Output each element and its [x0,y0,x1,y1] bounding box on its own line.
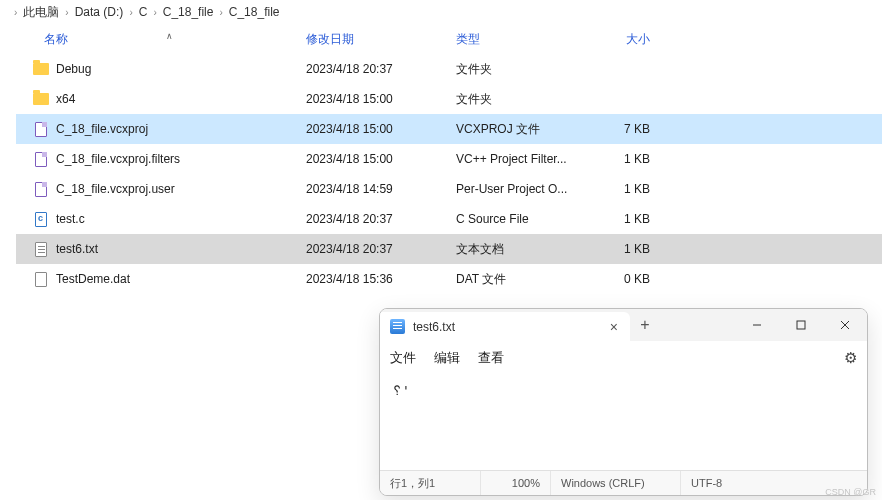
column-header-date[interactable]: 修改日期 [306,31,456,48]
column-header-type[interactable]: 类型 [456,31,586,48]
file-name-cell[interactable]: test6.txt [16,240,306,258]
chevron-right-icon: › [129,7,132,18]
chevron-right-icon: › [65,7,68,18]
file-type: DAT 文件 [456,271,586,288]
file-size: 0 KB [586,272,656,286]
notepad-menubar: 文件 编辑 查看 ⚙ [380,341,867,375]
file-date: 2023/4/18 20:37 [306,62,456,76]
file-date: 2023/4/18 15:00 [306,92,456,106]
folder-icon [32,90,50,108]
notepad-tab-title: test6.txt [413,320,455,334]
file-name: test6.txt [56,242,98,256]
gear-icon[interactable]: ⚙ [844,349,857,367]
maximize-button[interactable] [779,309,823,341]
file-name-cell[interactable]: x64 [16,90,306,108]
file-list-panel: 名称 ∧ 修改日期 类型 大小 Debug2023/4/18 20:37文件夹x… [0,24,882,294]
close-window-button[interactable] [823,309,867,341]
notepad-tab[interactable]: test6.txt × [380,312,630,341]
vcx-icon [32,180,50,198]
minimize-icon [752,320,762,330]
vcx-icon [32,150,50,168]
file-date: 2023/4/18 20:37 [306,242,456,256]
chevron-right-icon: › [153,7,156,18]
file-type: VCXPROJ 文件 [456,121,586,138]
table-row[interactable]: test.c2023/4/18 20:37C Source File1 KB [16,204,882,234]
file-date: 2023/4/18 15:36 [306,272,456,286]
table-row[interactable]: TestDeme.dat2023/4/18 15:36DAT 文件0 KB [16,264,882,294]
file-date: 2023/4/18 15:00 [306,152,456,166]
file-type: 文件夹 [456,61,586,78]
breadcrumb-item[interactable]: C_18_file [229,5,280,19]
file-size: 1 KB [586,242,656,256]
table-row[interactable]: x642023/4/18 15:00文件夹 [16,84,882,114]
status-line-ending: Windows (CRLF) [550,471,680,495]
menu-file[interactable]: 文件 [390,349,416,367]
file-type: 文件夹 [456,91,586,108]
file-icon [32,270,50,288]
file-name-cell[interactable]: test.c [16,210,306,228]
status-position: 行1，列1 [380,471,480,495]
file-size: 7 KB [586,122,656,136]
file-name: test.c [56,212,85,226]
txt-icon [32,240,50,258]
window-controls [735,309,867,341]
table-row[interactable]: C_18_file.vcxproj.user2023/4/18 14:59Per… [16,174,882,204]
file-size: 1 KB [586,182,656,196]
column-headers: 名称 ∧ 修改日期 类型 大小 [16,24,882,54]
file-size: 1 KB [586,152,656,166]
file-date: 2023/4/18 15:00 [306,122,456,136]
status-zoom[interactable]: 100% [480,471,550,495]
file-name: C_18_file.vcxproj [56,122,148,136]
file-name: C_18_file.vcxproj.filters [56,152,180,166]
file-type: 文本文档 [456,241,586,258]
file-type: Per-User Project O... [456,182,586,196]
file-name-cell[interactable]: C_18_file.vcxproj [16,120,306,138]
file-type: C Source File [456,212,586,226]
column-header-name[interactable]: 名称 ∧ [16,31,306,48]
column-header-size[interactable]: 大小 [586,31,656,48]
notepad-titlebar[interactable]: test6.txt × + [380,309,867,341]
breadcrumb-item[interactable]: C_18_file [163,5,214,19]
file-name-cell[interactable]: C_18_file.vcxproj.user [16,180,306,198]
menu-edit[interactable]: 编辑 [434,349,460,367]
table-row[interactable]: test6.txt2023/4/18 20:37文本文档1 KB [16,234,882,264]
chevron-right-icon: › [14,7,17,18]
file-name: C_18_file.vcxproj.user [56,182,175,196]
menu-view[interactable]: 查看 [478,349,504,367]
table-row[interactable]: C_18_file.vcxproj2023/4/18 15:00VCXPROJ … [16,114,882,144]
new-tab-button[interactable]: + [630,309,660,341]
notepad-app-icon [390,319,405,334]
file-name-cell[interactable]: C_18_file.vcxproj.filters [16,150,306,168]
svg-rect-1 [797,321,805,329]
watermark: CSDN @GR [825,487,876,497]
maximize-icon [796,320,806,330]
column-header-name-label: 名称 [44,32,68,46]
sort-indicator-icon: ∧ [166,31,173,41]
file-name: Debug [56,62,91,76]
vcx-icon [32,120,50,138]
file-name-cell[interactable]: TestDeme.dat [16,270,306,288]
c-icon [32,210,50,228]
minimize-button[interactable] [735,309,779,341]
close-icon [840,320,850,330]
table-row[interactable]: Debug2023/4/18 20:37文件夹 [16,54,882,84]
file-rows: Debug2023/4/18 20:37文件夹x642023/4/18 15:0… [16,54,882,294]
file-size: 1 KB [586,212,656,226]
file-date: 2023/4/18 14:59 [306,182,456,196]
breadcrumb-item[interactable]: C [139,5,148,19]
file-name: TestDeme.dat [56,272,130,286]
file-name-cell[interactable]: Debug [16,60,306,78]
chevron-right-icon: › [219,7,222,18]
file-type: VC++ Project Filter... [456,152,586,166]
close-tab-icon[interactable]: × [610,319,618,335]
breadcrumb-item[interactable]: Data (D:) [75,5,124,19]
breadcrumb-item[interactable]: 此电脑 [23,4,59,21]
folder-icon [32,60,50,78]
notepad-window[interactable]: test6.txt × + 文件 编辑 查看 ⚙ ␦' 行1，列1 100% W… [379,308,868,496]
file-name: x64 [56,92,75,106]
notepad-statusbar: 行1，列1 100% Windows (CRLF) UTF-8 [380,470,867,495]
file-date: 2023/4/18 20:37 [306,212,456,226]
table-row[interactable]: C_18_file.vcxproj.filters2023/4/18 15:00… [16,144,882,174]
notepad-text-area[interactable]: ␦' [380,375,867,470]
breadcrumb[interactable]: › 此电脑 › Data (D:) › C › C_18_file › C_18… [0,0,882,24]
